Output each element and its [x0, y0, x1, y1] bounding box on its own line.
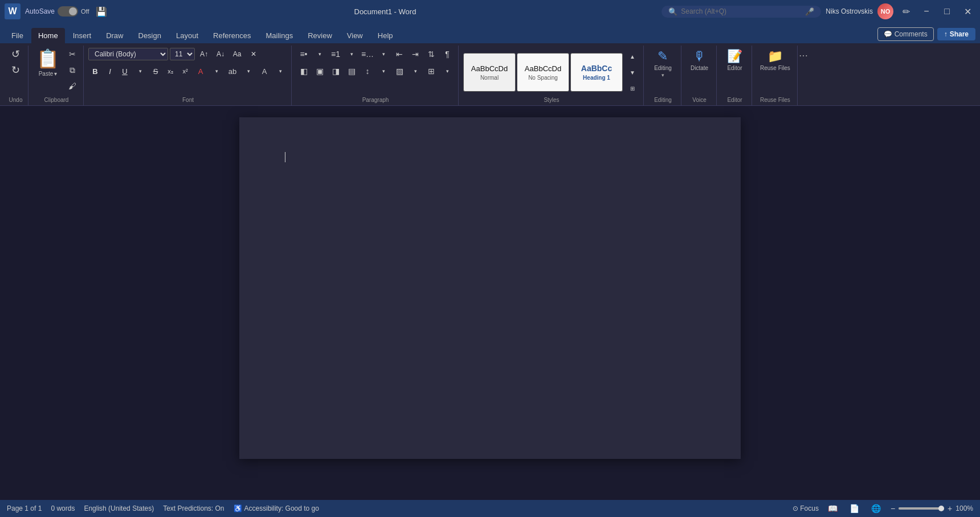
- editing-button[interactable]: ✎ Editing ▾: [651, 47, 675, 80]
- language[interactable]: English (United States): [84, 504, 154, 512]
- multilevel-button[interactable]: ≡…: [360, 47, 375, 61]
- tab-file[interactable]: File: [5, 28, 30, 43]
- cut-button[interactable]: ✂: [65, 47, 80, 61]
- autosave-group: AutoSave Off: [25, 6, 89, 17]
- show-marks-button[interactable]: ¶: [440, 47, 455, 61]
- superscript-button[interactable]: x²: [178, 64, 192, 78]
- word-logo: W: [5, 3, 21, 19]
- accessibility-status[interactable]: ♿ Accessibility: Good to go: [234, 504, 319, 512]
- numbering-button[interactable]: ≡1: [328, 47, 343, 61]
- search-input[interactable]: [681, 7, 802, 15]
- reuse-files-icon: 📁: [767, 49, 783, 64]
- print-layout-button[interactable]: 📄: [847, 501, 862, 516]
- zoom-in-button[interactable]: +: [948, 504, 952, 513]
- reuse-files-button[interactable]: 📁 Reuse Files: [757, 47, 794, 73]
- styles-expand[interactable]: ⊞: [625, 81, 640, 96]
- tab-design[interactable]: Design: [132, 28, 168, 43]
- web-layout-button[interactable]: 🌐: [869, 501, 884, 516]
- bold-button[interactable]: B: [88, 64, 102, 78]
- multilevel-dropdown[interactable]: ▾: [376, 47, 391, 61]
- font-color-dropdown[interactable]: ▾: [209, 64, 224, 79]
- redo-button[interactable]: ↻: [9, 63, 23, 77]
- paragraph-group: ≡• ▾ ≡1 ▾ ≡… ▾ ⇤ ⇥ ⇅ ¶ ◧ ▣ ◨ ▤ ↕ ▾ ▨ ▾ ⊞: [293, 46, 459, 105]
- bullets-dropdown[interactable]: ▾: [312, 47, 327, 61]
- zoom-out-button[interactable]: −: [891, 504, 895, 513]
- highlight-button[interactable]: ab: [225, 64, 240, 79]
- autosave-toggle[interactable]: [58, 6, 78, 17]
- reuse-files-group: 📁 Reuse Files Reuse Files: [753, 46, 798, 105]
- tab-insert[interactable]: Insert: [66, 28, 99, 43]
- styles-scroll-down[interactable]: ▼: [625, 65, 640, 80]
- minimize-button[interactable]: −: [918, 3, 934, 19]
- tab-layout[interactable]: Layout: [169, 28, 205, 43]
- editor-button[interactable]: 📝 Editor: [724, 47, 746, 73]
- search-box[interactable]: 🔍 🎤: [662, 6, 821, 18]
- font-color-button[interactable]: A: [193, 64, 208, 79]
- decrease-indent-button[interactable]: ⇤: [392, 47, 407, 61]
- shrink-font-button[interactable]: A↓: [213, 47, 228, 61]
- style-no-spacing-card[interactable]: AaBbCcDd No Spacing: [517, 53, 569, 92]
- increase-indent-button[interactable]: ⇥: [408, 47, 423, 61]
- subscript-button[interactable]: x₂: [164, 64, 177, 78]
- tab-help[interactable]: Help: [371, 28, 400, 43]
- document-page[interactable]: [239, 117, 741, 459]
- justify-button[interactable]: ▤: [344, 64, 359, 79]
- share-button[interactable]: ↑ Share: [937, 28, 975, 40]
- read-mode-button[interactable]: 📖: [826, 501, 840, 516]
- zoom-slider[interactable]: [899, 507, 944, 510]
- numbering-dropdown[interactable]: ▾: [344, 47, 359, 61]
- strikethrough-button[interactable]: S: [149, 64, 162, 78]
- underline-button[interactable]: U: [118, 64, 132, 78]
- font-shading-dropdown[interactable]: ▾: [273, 64, 288, 79]
- style-normal-card[interactable]: AaBbCcDd Normal: [463, 53, 516, 92]
- dictate-button[interactable]: 🎙 Dictate: [687, 47, 712, 73]
- style-heading-card[interactable]: AaBbCc Heading 1: [570, 53, 623, 92]
- tab-view[interactable]: View: [340, 28, 370, 43]
- line-spacing-dropdown[interactable]: ▾: [376, 64, 391, 79]
- paste-button[interactable]: 📋: [33, 47, 63, 71]
- tab-review[interactable]: Review: [301, 28, 339, 43]
- align-right-button[interactable]: ◨: [328, 64, 343, 79]
- italic-button[interactable]: I: [103, 64, 117, 78]
- tab-home[interactable]: Home: [31, 28, 65, 43]
- format-painter-button[interactable]: 🖌: [65, 79, 80, 93]
- autosave-state: Off: [81, 8, 89, 15]
- clear-format-button[interactable]: ✕: [246, 47, 261, 61]
- styles-scroll-up[interactable]: ▲: [625, 49, 640, 64]
- save-button[interactable]: 💾: [94, 4, 109, 19]
- more-ribbon-button[interactable]: ⋯: [799, 46, 808, 105]
- font-size-selector[interactable]: 11: [170, 48, 195, 60]
- clipboard-label: Clipboard: [33, 96, 80, 104]
- copy-button[interactable]: ⧉: [65, 63, 80, 77]
- bullets-button[interactable]: ≡•: [296, 47, 311, 61]
- editing-group: ✎ Editing ▾ Editing: [645, 46, 681, 105]
- borders-button[interactable]: ⊞: [424, 64, 439, 79]
- align-left-button[interactable]: ◧: [296, 64, 311, 79]
- statusbar: Page 1 of 1 0 words English (United Stat…: [0, 500, 980, 517]
- borders-dropdown[interactable]: ▾: [440, 64, 455, 79]
- line-spacing-button[interactable]: ↕: [360, 64, 375, 79]
- focus-button[interactable]: ⊙ Focus: [793, 504, 819, 512]
- grow-font-button[interactable]: A↑: [197, 47, 211, 61]
- shading-dropdown[interactable]: ▾: [408, 64, 423, 79]
- comments-button[interactable]: 💬 Comments: [877, 27, 934, 41]
- underline-dropdown[interactable]: ▾: [133, 64, 148, 79]
- highlight-dropdown[interactable]: ▾: [241, 64, 256, 79]
- tab-references[interactable]: References: [206, 28, 258, 43]
- undo-button[interactable]: ↺: [9, 47, 23, 61]
- user-avatar[interactable]: NO: [877, 3, 893, 19]
- tab-draw[interactable]: Draw: [99, 28, 130, 43]
- editing-dropdown[interactable]: ▾: [662, 72, 664, 78]
- shading-button[interactable]: ▨: [392, 64, 407, 79]
- restore-button[interactable]: □: [939, 3, 955, 19]
- align-center-button[interactable]: ▣: [312, 64, 327, 79]
- close-button[interactable]: ✕: [959, 3, 975, 19]
- font-face-selector[interactable]: Calibri (Body): [88, 48, 168, 60]
- tab-mailings[interactable]: Mailings: [259, 28, 300, 43]
- font-shading-button[interactable]: A: [257, 64, 272, 79]
- change-case-button[interactable]: Aa: [230, 47, 244, 61]
- text-predictions: Text Predictions: On: [163, 504, 224, 512]
- edit-button[interactable]: ✏: [898, 3, 914, 19]
- sort-button[interactable]: ⇅: [424, 47, 439, 61]
- paste-dropdown-icon[interactable]: ▾: [54, 71, 57, 77]
